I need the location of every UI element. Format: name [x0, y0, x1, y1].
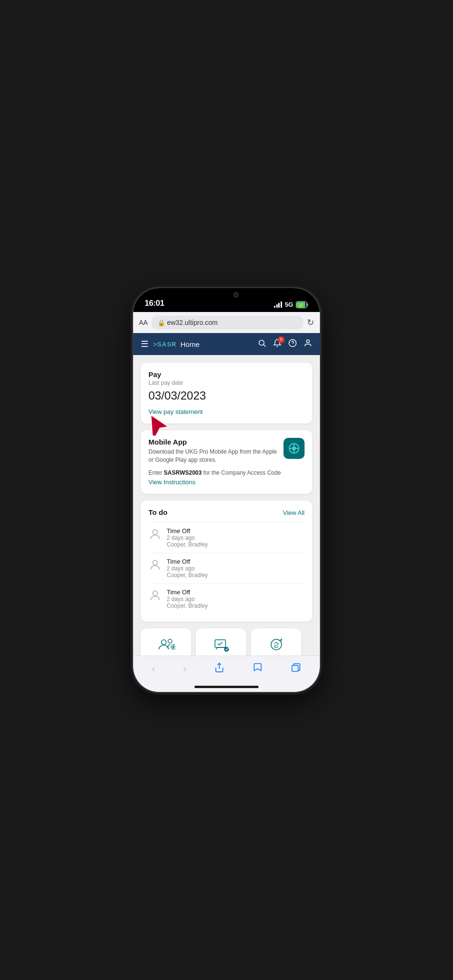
todo-person-1: Cooper, Bradley [167, 541, 208, 548]
my-employees-tile[interactable]: My Employees [141, 628, 191, 656]
bookmarks-button[interactable] [246, 659, 270, 679]
todo-person-2: Cooper, Bradley [167, 572, 208, 579]
svg-point-10 [292, 446, 296, 450]
mobile-app-info: Mobile App Download the UKG Pro Mobile A… [148, 438, 283, 469]
home-bar [194, 686, 259, 688]
svg-point-4 [259, 340, 264, 345]
todo-text-block-1: Time Off 2 days ago Cooper, Bradley [167, 527, 208, 548]
notification-badge: 7 [278, 336, 284, 343]
back-button[interactable]: ‹ [145, 660, 162, 678]
svg-point-18 [161, 640, 166, 645]
todo-type-1: Time Off [167, 527, 208, 535]
todo-person-3: Cooper, Bradley [167, 602, 208, 609]
app-grid: My Employees Onboarding Gateway [141, 628, 312, 656]
code-prefix: Enter [148, 469, 164, 476]
home-indicator [133, 681, 320, 692]
mobile-app-description: Download the UKG Pro Mobile App from the… [148, 448, 283, 464]
todo-type-2: Time Off [167, 558, 208, 565]
svg-point-16 [153, 560, 158, 565]
svg-text:⚡: ⚡ [298, 303, 303, 308]
access-code: SASRWS2003 [164, 469, 202, 476]
user-icon[interactable] [304, 339, 312, 350]
ukgpro-app-icon [283, 438, 305, 459]
signal-bar-1 [274, 306, 275, 308]
url-text: ew32.ultipro.com [167, 319, 218, 326]
svg-rect-2 [307, 303, 308, 306]
view-instructions-link[interactable]: View Instructions [148, 479, 195, 486]
signal-bars [274, 301, 282, 308]
signal-bar-2 [276, 304, 278, 308]
pay-date: 03/03/2023 [148, 389, 305, 402]
todo-time-2: 2 days ago [167, 565, 208, 572]
nav-bar: ☰ >SASR Home 7 [133, 333, 320, 355]
svg-point-19 [168, 639, 172, 643]
svg-line-5 [263, 345, 265, 346]
todo-text-block-3: Time Off 2 days ago Cooper, Bradley [167, 589, 208, 609]
tabs-button[interactable] [284, 659, 308, 679]
todo-type-3: Time Off [167, 589, 208, 596]
mobile-app-code-text: Enter SASRWS2003 for the Company Access … [148, 469, 305, 477]
svg-point-15 [153, 530, 158, 535]
status-time: 16:01 [145, 299, 164, 308]
view-pay-statement-link[interactable]: View pay statement [148, 408, 203, 415]
hamburger-icon[interactable]: ☰ [141, 339, 148, 349]
todo-item-3[interactable]: Time Off 2 days ago Cooper, Bradley [148, 583, 305, 614]
camera [233, 292, 239, 298]
todo-time-3: 2 days ago [167, 596, 208, 602]
todo-item-2[interactable]: Time Off 2 days ago Cooper, Bradley [148, 553, 305, 583]
network-type: 5G [285, 301, 293, 308]
mobile-app-card: Mobile App Download the UKG Pro Mobile A… [141, 430, 312, 494]
nav-logo: >SASR [153, 341, 177, 348]
refresh-icon[interactable]: ↻ [307, 317, 314, 328]
status-icons: 5G ⚡ [274, 301, 308, 308]
phone-frame: 16:01 5G ⚡ AA 🔒 [133, 288, 320, 692]
onboarding-gateway-tile[interactable]: Onboarding Gateway [196, 628, 246, 656]
browser-url-bar[interactable]: 🔒 ew32.ultipro.com [152, 316, 303, 329]
help-icon[interactable] [288, 339, 297, 350]
mobile-app-title: Mobile App [148, 438, 283, 446]
svg-point-17 [153, 591, 158, 596]
bottom-bar: ‹ › [133, 656, 320, 681]
signal-bar-3 [278, 303, 280, 308]
mobile-app-header: Mobile App Download the UKG Pro Mobile A… [148, 438, 305, 469]
svg-point-22 [224, 647, 229, 652]
signal-bar-4 [281, 301, 282, 308]
share-button[interactable] [207, 659, 231, 679]
todo-header: To do View All [148, 508, 305, 517]
notch [195, 288, 258, 302]
svg-point-8 [306, 340, 309, 343]
main-content: Pay Last pay date 03/03/2023 View pay st… [133, 355, 320, 656]
todo-time-1: 2 days ago [167, 535, 208, 541]
todo-item-1[interactable]: Time Off 2 days ago Cooper, Bradley [148, 522, 305, 553]
phone-screen: 16:01 5G ⚡ AA 🔒 [133, 288, 320, 692]
search-icon[interactable] [258, 339, 266, 350]
todo-title: To do [148, 508, 168, 516]
todo-view-all-link[interactable]: View All [283, 509, 305, 516]
pay-title: Pay [148, 370, 305, 379]
code-suffix: for the Company Access Code [202, 469, 281, 476]
notification-icon[interactable]: 7 [273, 339, 282, 350]
todo-text-block-2: Time Off 2 days ago Cooper, Bradley [167, 558, 208, 579]
battery-icon: ⚡ [296, 301, 308, 308]
browser-aa[interactable]: AA [139, 319, 148, 326]
nav-title: Home [181, 340, 200, 348]
browser-bar: AA 🔒 ew32.ultipro.com ↻ [133, 312, 320, 333]
nav-icons: 7 [258, 339, 312, 350]
pay-subtitle: Last pay date [148, 379, 305, 386]
pay-card: Pay Last pay date 03/03/2023 View pay st… [141, 363, 312, 423]
todo-card: To do View All Time Off 2 days ago Coope… [141, 501, 312, 622]
payroll-gateway-tile[interactable]: Payroll Gateway [251, 628, 301, 656]
svg-rect-27 [292, 665, 298, 671]
forward-button[interactable]: › [176, 660, 193, 678]
